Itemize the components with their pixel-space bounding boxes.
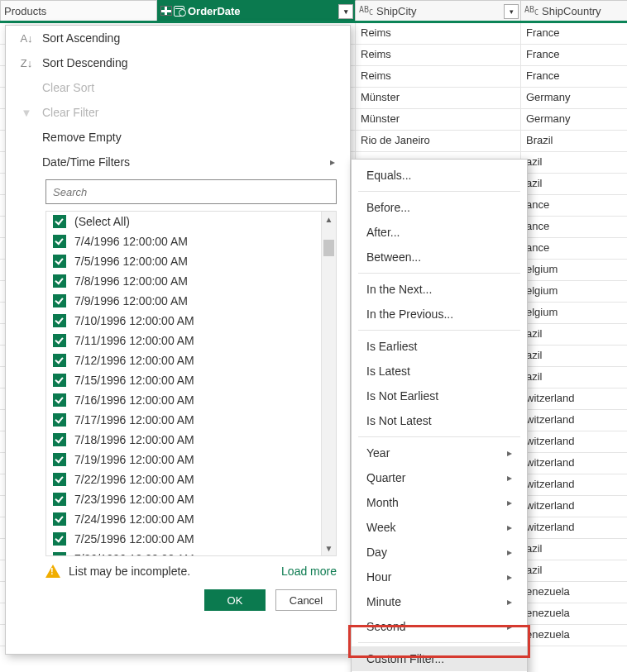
checkbox-icon[interactable]	[53, 532, 66, 546]
filter-value-label: 7/15/1996 12:00:00 AM	[74, 374, 194, 387]
checkbox-icon[interactable]	[53, 453, 66, 466]
filter-custom[interactable]: Custom Filter...	[352, 646, 527, 671]
filter-is-not-earliest[interactable]: Is Not Earliest	[352, 384, 527, 408]
cell-shipcountry: witzerland	[521, 410, 627, 431]
cancel-button[interactable]: Cancel	[275, 589, 337, 611]
filter-value-label: 7/24/1996 12:00:00 AM	[74, 512, 194, 526]
cell-shipcountry: elgium	[521, 260, 627, 280]
filter-year[interactable]: Year	[352, 441, 527, 465]
filter-second[interactable]: Second	[352, 614, 527, 639]
menu-label: Clear Filter	[42, 106, 98, 119]
filter-value-item[interactable]: 7/19/1996 12:00:00 AM	[46, 450, 336, 469]
filter-is-not-latest[interactable]: Is Not Latest	[352, 408, 527, 433]
checkbox-icon[interactable]	[53, 413, 66, 427]
filter-value-item[interactable]: 7/24/1996 12:00:00 AM	[46, 509, 336, 529]
filter-minute[interactable]: Minute	[352, 589, 527, 614]
scroll-down-button[interactable]: ▼	[322, 541, 336, 555]
clear-sort-item: Clear Sort	[6, 75, 350, 100]
text-type-icon: ABC	[359, 5, 373, 17]
checkbox-icon[interactable]	[53, 493, 66, 506]
filter-in-previous[interactable]: In the Previous...	[352, 302, 527, 326]
cell-shipcountry: Germany	[521, 109, 627, 130]
checkbox-icon[interactable]	[53, 374, 66, 387]
filter-value-item[interactable]: 7/11/1996 12:00:00 AM	[46, 331, 336, 350]
checkbox-icon[interactable]	[53, 512, 66, 526]
cell-shipcountry: ance	[521, 238, 627, 259]
sort-descending-item[interactable]: Z↓ Sort Descending	[6, 50, 350, 75]
cell-shipcountry: azil	[521, 346, 627, 366]
filter-between[interactable]: Between...	[352, 245, 527, 269]
filter-value-item[interactable]: 7/23/1996 12:00:00 AM	[46, 489, 336, 509]
filter-value-item[interactable]: 7/26/1996 12:00:00 AM	[46, 549, 336, 555]
calendar-icon	[174, 6, 184, 17]
menu-label: Clear Sort	[42, 81, 94, 94]
load-more-link[interactable]: Load more	[281, 565, 337, 578]
filter-value-item[interactable]: 7/17/1996 12:00:00 AM	[46, 410, 336, 430]
date-time-filters-item[interactable]: Date/Time Filters	[6, 150, 350, 174]
filter-value-item[interactable]: 7/8/1996 12:00:00 AM	[46, 271, 336, 291]
filter-value-item[interactable]: 7/22/1996 12:00:00 AM	[46, 469, 336, 489]
filter-value-item[interactable]: 7/12/1996 12:00:00 AM	[46, 350, 336, 370]
checkbox-icon[interactable]	[53, 235, 66, 248]
filter-value-label: 7/18/1996 12:00:00 AM	[74, 433, 194, 446]
column-header-shipcity[interactable]: ABC ShipCity	[356, 0, 521, 21]
ok-button[interactable]: OK	[204, 589, 266, 611]
checkbox-icon[interactable]	[53, 334, 66, 347]
filter-value-item[interactable]: (Select All)	[46, 212, 336, 231]
filter-hour[interactable]: Hour	[352, 565, 527, 589]
column-filter-dropdown[interactable]	[338, 4, 353, 19]
filter-value-item[interactable]: 7/16/1996 12:00:00 AM	[46, 390, 336, 410]
column-filter-dropdown[interactable]	[504, 4, 519, 19]
cell-shipcountry: witzerland	[521, 431, 627, 452]
cell-shipcountry: enezuela	[521, 582, 627, 603]
filter-equals[interactable]: Equals...	[352, 163, 527, 188]
cell-shipcountry: witzerland	[521, 388, 627, 409]
checkbox-icon[interactable]	[53, 433, 66, 446]
column-header-shipcountry[interactable]: ABC ShipCountry	[521, 0, 627, 21]
column-label: ShipCountry	[542, 5, 601, 17]
scroll-up-button[interactable]: ▲	[322, 212, 336, 226]
column-label: Products	[4, 5, 46, 17]
checkbox-icon[interactable]	[53, 552, 66, 555]
checkbox-icon[interactable]	[53, 215, 66, 228]
filter-value-item[interactable]: 7/5/1996 12:00:00 AM	[46, 251, 336, 271]
cell-shipcity: Reims	[356, 66, 521, 87]
filter-in-next[interactable]: In the Next...	[352, 277, 527, 302]
filter-value-label: 7/19/1996 12:00:00 AM	[74, 453, 194, 466]
column-header-orderdate[interactable]: OrderDate	[157, 0, 356, 21]
cell-shipcountry: azil	[521, 324, 627, 345]
checkbox-icon[interactable]	[53, 354, 66, 367]
filter-value-item[interactable]: 7/18/1996 12:00:00 AM	[46, 430, 336, 450]
filter-after[interactable]: After...	[352, 220, 527, 245]
filter-month[interactable]: Month	[352, 490, 527, 515]
cell-shipcity: Reims	[356, 45, 521, 65]
filter-value-item[interactable]: 7/10/1996 12:00:00 AM	[46, 311, 336, 331]
filter-is-latest[interactable]: Is Latest	[352, 359, 527, 384]
filter-value-item[interactable]: 7/15/1996 12:00:00 AM	[46, 370, 336, 390]
filter-is-earliest[interactable]: Is Earliest	[352, 334, 527, 359]
sort-ascending-item[interactable]: A↓ Sort Ascending	[6, 26, 350, 50]
filter-quarter[interactable]: Quarter	[352, 465, 527, 490]
filter-search-input[interactable]	[45, 179, 337, 204]
remove-empty-item[interactable]: Remove Empty	[6, 125, 350, 150]
table-icon	[160, 6, 172, 16]
column-header-products[interactable]: Products	[0, 0, 157, 21]
cell-shipcountry: France	[521, 23, 627, 44]
filter-day[interactable]: Day	[352, 540, 527, 565]
checkbox-icon[interactable]	[53, 393, 66, 407]
cell-shipcountry: enezuela	[521, 625, 627, 646]
checkbox-icon[interactable]	[53, 314, 66, 327]
filter-value-item[interactable]: 7/25/1996 12:00:00 AM	[46, 529, 336, 549]
filter-before[interactable]: Before...	[352, 195, 527, 220]
scrollbar-thumb[interactable]	[323, 240, 334, 256]
checkbox-icon[interactable]	[53, 473, 66, 486]
column-header-row: Products OrderDate ABC ShipCity ABC Ship…	[0, 0, 627, 23]
filter-week[interactable]: Week	[352, 515, 527, 540]
sort-desc-icon: Z↓	[19, 57, 34, 69]
filter-value-item[interactable]: 7/4/1996 12:00:00 AM	[46, 231, 336, 251]
checkbox-icon[interactable]	[53, 294, 66, 307]
checkbox-icon[interactable]	[53, 255, 66, 268]
filter-value-item[interactable]: 7/9/1996 12:00:00 AM	[46, 291, 336, 311]
checkbox-icon[interactable]	[53, 274, 66, 288]
scrollbar[interactable]: ▲ ▼	[321, 212, 336, 555]
